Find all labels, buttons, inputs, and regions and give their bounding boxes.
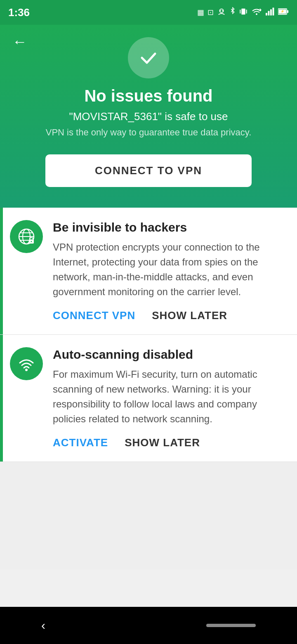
card-1-actions: CONNECT VPN SHOW LATER — [10, 309, 285, 322]
svg-rect-4 — [240, 9, 240, 13]
battery-icon: ⚡ — [278, 7, 289, 18]
card-1-title: Be invisible to hackers — [53, 220, 285, 235]
status-time: 1:36 — [8, 6, 30, 19]
bluetooth-icon — [229, 7, 236, 18]
vpn-lock-icon-circle — [10, 220, 43, 253]
gray-spacer — [0, 462, 297, 569]
wifi-icon-circle — [10, 347, 43, 380]
svg-point-2 — [222, 10, 223, 11]
svg-point-21 — [31, 241, 32, 242]
card-2-title: Auto-scanning disabled — [53, 347, 285, 362]
header-title: No issues found — [84, 87, 212, 105]
show-later-button-2[interactable]: SHOW LATER — [125, 436, 200, 449]
vibrate-icon — [239, 7, 248, 18]
card-2-content: Auto-scanning disabled For maximum Wi-Fi… — [53, 347, 285, 426]
card-auto-scan: Auto-scanning disabled For maximum Wi-Fi… — [0, 335, 297, 462]
card-vpn-protection: Be invisible to hackers VPN protection e… — [0, 208, 297, 335]
status-icons: ▦ ⊡ — [197, 7, 289, 18]
svg-point-22 — [25, 369, 28, 371]
svg-rect-5 — [246, 9, 247, 13]
svg-text:⚡: ⚡ — [280, 9, 285, 13]
notification-icon-2: ⊡ — [207, 8, 214, 17]
svg-rect-7 — [266, 13, 267, 15]
card-left-bar — [0, 208, 3, 334]
notification-icon-1: ▦ — [197, 8, 204, 17]
nav-back-button[interactable]: ‹ — [41, 618, 45, 632]
card-1-desc: VPN protection encrypts your connection … — [53, 240, 285, 299]
header-section: ← No issues found "MOVISTAR_5361" is saf… — [0, 25, 297, 208]
svg-point-1 — [220, 10, 221, 11]
signal-icon — [266, 7, 275, 18]
svg-rect-9 — [270, 9, 272, 15]
wifi-data-icon — [251, 7, 262, 18]
card-2-desc: For maximum Wi-Fi security, turn on auto… — [53, 367, 285, 426]
check-circle — [128, 37, 169, 78]
cards-section: Be invisible to hackers VPN protection e… — [0, 208, 297, 462]
spy-icon — [217, 7, 226, 18]
connect-vpn-button[interactable]: CONNECT VPN — [53, 309, 135, 322]
card-1-content: Be invisible to hackers VPN protection e… — [53, 220, 285, 299]
status-bar: 1:36 ▦ ⊡ — [0, 0, 297, 25]
show-later-button-1[interactable]: SHOW LATER — [152, 309, 227, 322]
nav-bar: ‹ — [0, 607, 297, 644]
header-note: VPN is the only way to guarantee true da… — [46, 127, 252, 138]
svg-rect-12 — [287, 10, 288, 12]
back-button[interactable]: ← — [12, 33, 27, 50]
connect-to-vpn-button[interactable]: CONNECT TO VPN — [45, 154, 252, 187]
card-2-actions: ACTIVATE SHOW LATER — [10, 436, 285, 449]
nav-home-pill[interactable] — [206, 624, 256, 627]
svg-rect-8 — [268, 11, 270, 15]
activate-button[interactable]: ACTIVATE — [53, 436, 108, 449]
svg-point-6 — [256, 13, 257, 15]
svg-rect-10 — [273, 7, 274, 15]
card-left-bar-2 — [0, 335, 3, 462]
svg-rect-3 — [241, 8, 245, 14]
header-subtitle: "MOVISTAR_5361" is safe to use — [69, 110, 228, 123]
